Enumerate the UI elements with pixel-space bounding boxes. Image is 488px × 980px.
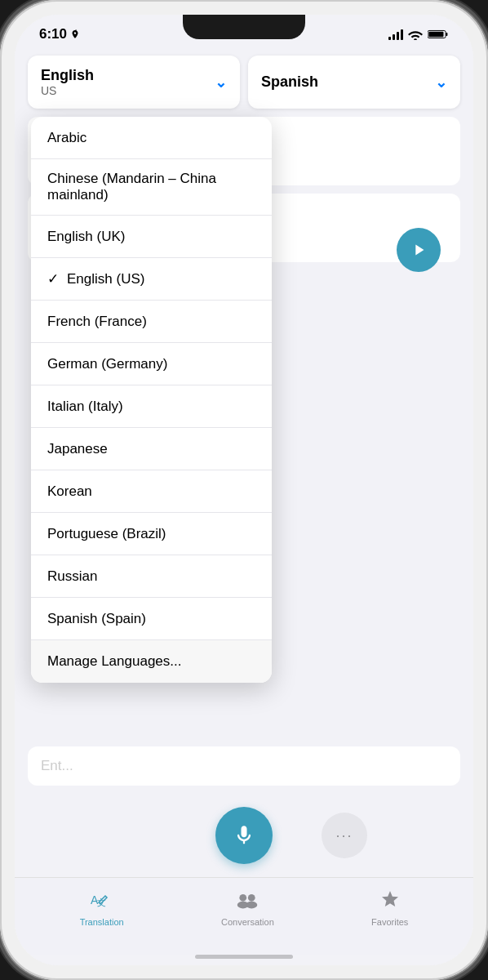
dropdown-item[interactable]: German (Germany) <box>31 343 272 385</box>
battery-icon <box>428 29 449 40</box>
dropdown-item[interactable]: Arabic <box>31 117 272 159</box>
translation-tab-icon: A 文 <box>91 889 113 914</box>
dropdown-container: ArabicChinese (Mandarin – China mainland… <box>15 117 473 262</box>
dropdown-item-label: French (France) <box>47 314 147 330</box>
phone-screen: 6:10 <box>15 15 473 965</box>
dropdown-item-label: German (Germany) <box>47 356 167 372</box>
dropdown-item-label: Portuguese (Brazil) <box>47 526 166 542</box>
dropdown-item-label: Chinese (Mandarin – China mainland) <box>47 171 255 203</box>
input-placeholder: Ent... <box>41 758 73 773</box>
source-language-button[interactable]: English US ⌄ <box>28 56 240 109</box>
dropdown-item[interactable]: English (UK) <box>31 216 272 258</box>
tab-conversation[interactable]: Conversation <box>205 886 291 930</box>
source-chevron-icon: ⌄ <box>215 74 227 91</box>
action-buttons: ··· <box>15 794 473 877</box>
target-language-button[interactable]: Spanish ⌄ <box>248 56 460 109</box>
dropdown-item[interactable]: Chinese (Mandarin – China mainland) <box>31 159 272 216</box>
home-indicator <box>195 955 293 959</box>
notch <box>183 15 305 39</box>
dropdown-item[interactable]: Portuguese (Brazil) <box>31 513 272 555</box>
dropdown-item[interactable]: Japanese <box>31 428 272 470</box>
signal-bar-3 <box>397 32 399 40</box>
target-chevron-icon: ⌄ <box>435 74 447 91</box>
favorites-tab-label: Favorites <box>371 917 408 927</box>
dropdown-item[interactable]: Spanish (Spain) <box>31 598 272 640</box>
translation-icon: A 文 <box>91 889 113 909</box>
tab-favorites[interactable]: Favorites <box>355 886 424 930</box>
dropdown-item[interactable]: Korean <box>31 470 272 513</box>
svg-rect-1 <box>446 33 447 36</box>
tab-translation[interactable]: A 文 Translation <box>64 886 140 930</box>
svg-point-8 <box>246 902 258 909</box>
dropdown-item-label: Arabic <box>47 130 87 146</box>
conversation-tab-label: Conversation <box>221 917 274 927</box>
translation-tab-label: Translation <box>80 917 124 927</box>
status-time: 6:10 <box>39 26 80 42</box>
conversation-icon <box>236 889 259 909</box>
location-icon <box>70 29 80 39</box>
status-icons <box>388 29 449 40</box>
more-button[interactable]: ··· <box>322 813 367 858</box>
text-input-field[interactable]: Ent... <box>28 746 460 786</box>
dropdown-item-label: Italian (Italy) <box>47 399 123 415</box>
dropdown-item[interactable]: French (France) <box>31 301 272 343</box>
language-dropdown-menu: ArabicChinese (Mandarin – China mainland… <box>31 117 272 683</box>
dropdown-item[interactable]: Italian (Italy) <box>31 385 272 428</box>
dropdown-item[interactable]: Russian <box>31 555 272 598</box>
dropdown-item[interactable]: Manage Languages... <box>31 640 272 683</box>
input-area: Ent... <box>15 746 473 794</box>
dropdown-item-label: Russian <box>47 568 97 585</box>
dropdown-item[interactable]: ✓English (US) <box>31 258 272 301</box>
source-language-text: English US <box>41 67 94 97</box>
more-dots-icon: ··· <box>335 827 353 844</box>
conversation-tab-icon <box>236 889 259 914</box>
signal-bar-4 <box>401 29 403 40</box>
checkmark-icon: ✓ <box>47 270 59 287</box>
signal-bars <box>388 29 403 40</box>
mic-button[interactable] <box>215 807 273 864</box>
target-language-text: Spanish <box>261 74 318 91</box>
dropdown-item-label: English (UK) <box>47 229 125 245</box>
star-icon <box>379 889 401 909</box>
mic-icon <box>233 824 255 847</box>
favorites-tab-icon <box>379 889 401 914</box>
bottom-area: Ent... ··· A <box>15 746 473 965</box>
svg-point-6 <box>248 894 255 902</box>
signal-bar-2 <box>393 34 395 40</box>
svg-point-5 <box>240 894 247 902</box>
tab-bar: A 文 Translation <box>15 877 473 955</box>
source-language-region: US <box>41 84 94 97</box>
source-language-name: English <box>41 67 94 84</box>
svg-rect-2 <box>428 32 443 38</box>
dropdown-item-label: Manage Languages... <box>47 653 181 670</box>
dropdown-item-label: Japanese <box>47 441 108 457</box>
target-language-name: Spanish <box>261 74 318 91</box>
dropdown-item-label: Spanish (Spain) <box>47 611 146 627</box>
wifi-icon <box>408 29 423 40</box>
phone-frame: 6:10 <box>0 0 488 980</box>
dropdown-item-label: Korean <box>47 483 92 500</box>
signal-bar-1 <box>388 37 391 40</box>
language-selector: English US ⌄ Spanish ⌄ <box>15 47 473 117</box>
dropdown-item-label: English (US) <box>67 271 144 287</box>
